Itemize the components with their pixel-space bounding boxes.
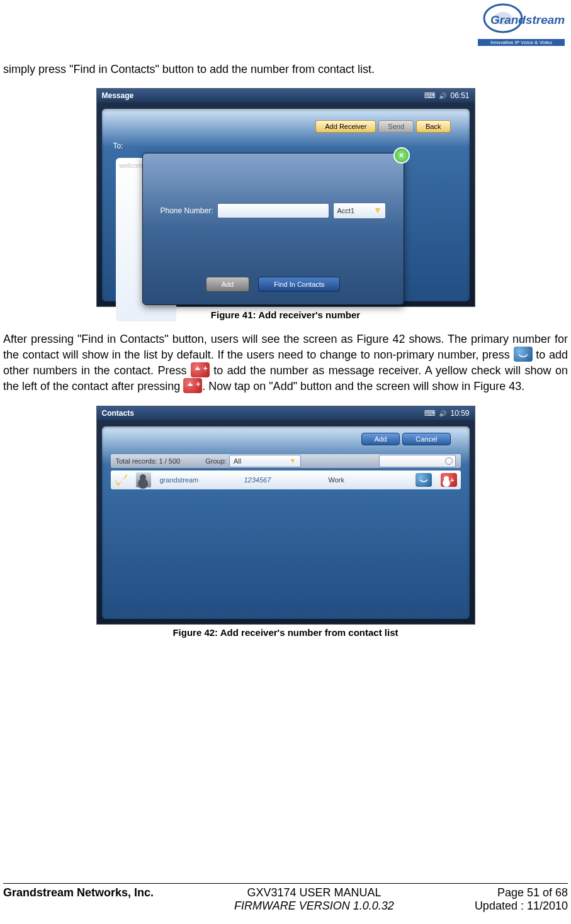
- group-select[interactable]: All: [229, 455, 301, 467]
- chevron-down-icon: [375, 208, 380, 213]
- content-area: simply press "Find in Contacts" button t…: [3, 50, 568, 649]
- fig42-infobar: Total records: 1 / 500 Group: All: [111, 454, 461, 468]
- contact-name: grandstream: [160, 476, 235, 484]
- document-page: Grandstream Innovative IP Voice & Video …: [0, 0, 571, 924]
- group-label: Group:: [205, 457, 227, 465]
- phone-number-label: Phone Number:: [161, 206, 213, 215]
- chevron-down-icon: [290, 459, 295, 464]
- figure41-caption: Figure 41: Add receiver's number: [3, 309, 568, 320]
- contact-number: 1234567: [244, 476, 320, 484]
- add-as-receiver-icon[interactable]: [441, 473, 457, 487]
- figure41-screenshot: Message 06:51 Add Receiver Send Back To:…: [96, 88, 475, 307]
- keyboard-icon: [424, 91, 435, 100]
- phone-switch-icon[interactable]: [416, 473, 432, 487]
- brand-logo: Grandstream Innovative IP Voice & Video: [478, 3, 565, 46]
- group-value: All: [234, 457, 241, 465]
- phone-number-input[interactable]: [217, 203, 329, 218]
- back-button[interactable]: Back: [416, 120, 450, 133]
- search-input[interactable]: [379, 455, 456, 467]
- fig41-toolbar: Add Receiver Send Back: [315, 120, 450, 133]
- fig41-clock: 06:51: [450, 91, 469, 100]
- footer-center: GXV3174 USER MANUAL FIRMWARE VERSION 1.0…: [154, 886, 475, 913]
- close-icon[interactable]: ×: [393, 147, 410, 164]
- fig41-status-icons: 06:51: [424, 91, 469, 100]
- total-records-label: Total records: 1 / 500: [116, 457, 181, 465]
- page-footer: Grandstream Networks, Inc. GXV3174 USER …: [3, 883, 568, 913]
- sound-icon: [439, 409, 446, 418]
- add-receiver-icon-2: [183, 378, 202, 393]
- send-button[interactable]: Send: [378, 120, 414, 133]
- fig41-window-title: Message: [102, 91, 134, 100]
- phone-number-row: Phone Number: Acct1: [161, 203, 386, 219]
- contacts-cancel-button[interactable]: Cancel: [402, 433, 450, 445]
- add-receiver-button[interactable]: Add Receiver: [315, 120, 376, 133]
- sound-icon: [439, 91, 446, 100]
- fig42-window-title: Contacts: [102, 409, 134, 418]
- fig42-body: Add Cancel Total records: 1 / 500 Group:…: [102, 426, 470, 619]
- footer-page: Page 51 of 68: [475, 886, 568, 899]
- footer-company: Grandstream Networks, Inc.: [3, 886, 154, 913]
- para2-seg1: After pressing "Find in Contacts" button…: [3, 333, 568, 360]
- fig41-body: Add Receiver Send Back To: welcom × Phon…: [102, 109, 470, 301]
- fig41-titlebar: Message 06:51: [97, 89, 475, 103]
- paragraph-find: After pressing "Find in Contacts" button…: [3, 331, 568, 394]
- footer-manual: GXV3174 USER MANUAL: [154, 886, 475, 899]
- figure42-caption: Figure 42: Add receiver's number from co…: [3, 627, 568, 638]
- footer-right: Page 51 of 68 Updated : 11/2010: [475, 886, 568, 913]
- add-receiver-icon: [191, 362, 210, 377]
- contact-row[interactable]: grandstream 1234567 Work: [111, 470, 461, 489]
- dialog-buttons: Add Find In Contacts: [143, 277, 404, 292]
- keyboard-icon: [424, 409, 435, 418]
- account-select[interactable]: Acct1: [333, 203, 386, 219]
- phone-change-icon: [514, 347, 533, 362]
- add-receiver-dialog: × Phone Number: Acct1 Add Find In Contac…: [142, 153, 404, 305]
- paragraph-intro: simply press "Find in Contacts" button t…: [3, 62, 568, 77]
- logo-tagline: Innovative IP Voice & Video: [478, 39, 565, 46]
- logo-wordmark: Grandstream: [490, 13, 565, 27]
- contact-type: Work: [329, 476, 407, 484]
- figure42-screenshot: Contacts 10:59 Add Cancel Total records:…: [96, 406, 475, 625]
- fig42-titlebar: Contacts 10:59: [97, 406, 475, 420]
- group-filter: Group: All: [205, 455, 301, 467]
- footer-firmware: FIRMWARE VERSION 1.0.0.32: [154, 899, 475, 913]
- avatar-icon: [136, 472, 151, 487]
- fig42-status-icons: 10:59: [424, 409, 469, 418]
- fig42-toolbar: Add Cancel: [361, 433, 451, 445]
- dialog-add-button[interactable]: Add: [206, 277, 250, 292]
- contacts-add-button[interactable]: Add: [361, 433, 400, 445]
- selected-check-icon: [115, 474, 127, 486]
- footer-updated: Updated : 11/2010: [475, 899, 568, 913]
- para2-seg4: . Now tap on "Add" button and the screen…: [202, 380, 524, 392]
- fig42-clock: 10:59: [450, 409, 469, 418]
- find-in-contacts-button[interactable]: Find In Contacts: [258, 277, 340, 292]
- account-value: Acct1: [337, 207, 355, 214]
- to-label: To:: [113, 142, 123, 150]
